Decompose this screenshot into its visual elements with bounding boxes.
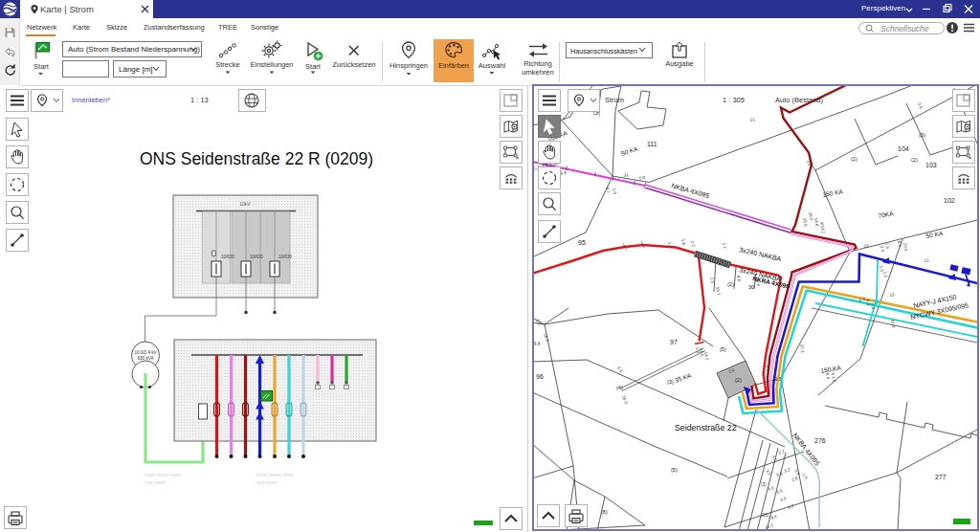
- svg-text:Innenleben*: Innenleben*: [72, 96, 110, 104]
- svg-text:Auto (Bestand): Auto (Bestand): [775, 96, 824, 104]
- svg-text:1 : 13: 1 : 13: [190, 96, 209, 104]
- svg-text:Strom: Strom: [605, 96, 624, 104]
- svg-text:1 : 305: 1 : 305: [723, 96, 745, 104]
